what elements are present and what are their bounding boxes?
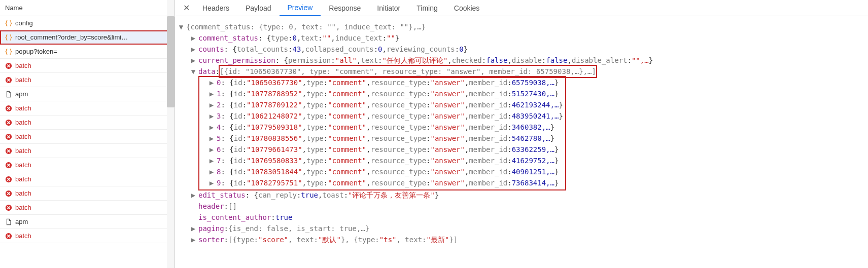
tab-initiator[interactable]: Initiator xyxy=(369,0,408,16)
expand-arrow[interactable]: ▶ xyxy=(209,166,215,177)
expand-arrow[interactable]: ▶ xyxy=(190,223,196,234)
expand-arrow[interactable]: ▶ xyxy=(209,122,215,133)
request-row[interactable]: batch xyxy=(0,116,175,130)
tree-node-item[interactable]: ▶7: {id: "10769580833", type: "comment",… xyxy=(199,155,563,166)
error-icon xyxy=(5,147,12,155)
request-label: popup?token= xyxy=(15,48,57,55)
tree-node[interactable]: ▶edit_status: {can_reply: true, toast: "… xyxy=(178,189,863,201)
error-icon xyxy=(5,119,12,126)
request-row[interactable]: batch xyxy=(0,101,175,116)
expand-arrow[interactable]: ▼ xyxy=(190,66,196,77)
error-icon xyxy=(5,133,12,140)
error-icon xyxy=(5,62,12,69)
expand-arrow[interactable]: ▶ xyxy=(209,155,215,166)
tree-node-item[interactable]: ▶8: {id: "10783051844", type: "comment",… xyxy=(199,166,563,177)
request-row[interactable]: config xyxy=(0,16,175,30)
expand-arrow[interactable]: ▶ xyxy=(190,234,196,245)
request-row[interactable]: batch xyxy=(0,158,175,172)
request-row[interactable]: batch xyxy=(0,130,175,144)
tree-node-item[interactable]: ▶9: {id: "10782795751", type: "comment",… xyxy=(199,177,563,188)
tree-node-item[interactable]: ▶4: {id: "10779509318", type: "comment",… xyxy=(199,122,563,133)
request-row[interactable]: batch xyxy=(0,201,175,215)
tree-node-item[interactable]: ▶2: {id: "10778709122", type: "comment",… xyxy=(199,99,563,110)
error-icon xyxy=(5,233,12,240)
expand-arrow[interactable]: ▶ xyxy=(209,133,215,144)
expand-arrow[interactable]: ▶ xyxy=(209,88,215,99)
doc-icon xyxy=(5,91,12,98)
details-panel: ✕ HeadersPayloadPreviewResponseInitiator… xyxy=(175,0,868,268)
tree-node-root[interactable]: ▼{comment_status: {type: 0, text: "", in… xyxy=(178,21,863,32)
close-button[interactable]: ✕ xyxy=(178,0,194,16)
request-label: batch xyxy=(15,76,31,84)
request-label: batch xyxy=(15,175,31,183)
expand-arrow[interactable]: ▶ xyxy=(209,99,215,110)
error-icon xyxy=(5,105,12,112)
request-row[interactable]: batch xyxy=(0,172,175,186)
request-row[interactable]: batch xyxy=(0,229,175,243)
request-row[interactable]: apm xyxy=(0,215,175,229)
expand-arrow[interactable]: ▶ xyxy=(209,110,215,122)
vertical-scrollbar[interactable] xyxy=(167,0,175,268)
doc-icon xyxy=(5,218,12,225)
request-list: configroot_comment?order_by=score&limi…p… xyxy=(0,16,175,268)
tab-payload[interactable]: Payload xyxy=(237,0,280,16)
tree-node-item[interactable]: ▶3: {id: "10621248072", type: "comment",… xyxy=(199,110,563,122)
json-icon xyxy=(5,48,12,55)
request-label: batch xyxy=(15,104,31,112)
request-label: root_comment?order_by=score&limi… xyxy=(15,33,128,41)
tree-node[interactable]: header: [] xyxy=(178,201,863,212)
tree-node[interactable]: ▶current_permission: {permission: "all",… xyxy=(178,55,863,66)
expand-arrow[interactable]: ▼ xyxy=(178,21,184,32)
details-tabs: ✕ HeadersPayloadPreviewResponseInitiator… xyxy=(175,0,868,16)
scrollbar-thumb[interactable] xyxy=(167,16,175,107)
request-label: apm xyxy=(15,218,28,225)
expand-arrow[interactable]: ▶ xyxy=(209,144,215,155)
tree-node[interactable]: ▶comment_status: {type: 0, text: "", ind… xyxy=(178,32,863,44)
expand-arrow[interactable]: ▶ xyxy=(190,44,196,55)
tab-headers[interactable]: Headers xyxy=(194,0,237,16)
tree-node[interactable]: is_content_author: true xyxy=(178,212,863,223)
error-icon xyxy=(5,190,12,197)
expand-arrow[interactable]: ▶ xyxy=(190,55,196,66)
tab-response[interactable]: Response xyxy=(321,0,369,16)
request-label: batch xyxy=(15,232,31,240)
tree-node[interactable]: ▶counts: {total_counts: 43, collapsed_co… xyxy=(178,44,863,55)
tree-node[interactable]: ▶paging: {is_end: false, is_start: true,… xyxy=(178,223,863,234)
error-icon xyxy=(5,204,12,211)
request-label: apm xyxy=(15,90,28,98)
tree-node-item[interactable]: ▶0: {id: "10650367730", type: "comment",… xyxy=(199,77,563,88)
request-label: batch xyxy=(15,189,31,197)
tab-preview[interactable]: Preview xyxy=(280,0,321,16)
tree-node-item[interactable]: ▶5: {id: "10780838556", type: "comment",… xyxy=(199,133,563,144)
tab-cookies[interactable]: Cookies xyxy=(446,0,488,16)
preview-tree[interactable]: ▼{comment_status: {type: 0, text: "", in… xyxy=(175,16,868,268)
request-row[interactable]: batch xyxy=(0,59,175,73)
tree-node-item[interactable]: ▶1: {id: "10778788952", type: "comment",… xyxy=(199,88,563,99)
request-row[interactable]: batch xyxy=(0,144,175,158)
request-row[interactable]: batch xyxy=(0,186,175,201)
request-row[interactable]: popup?token= xyxy=(0,45,175,59)
request-label: batch xyxy=(15,119,31,126)
request-row[interactable]: batch xyxy=(0,73,175,87)
request-label: batch xyxy=(15,204,31,211)
json-icon xyxy=(5,34,12,41)
tab-timing[interactable]: Timing xyxy=(408,0,446,16)
request-label: batch xyxy=(15,147,31,155)
expand-arrow[interactable]: ▶ xyxy=(209,177,215,188)
expand-arrow[interactable]: ▶ xyxy=(190,32,196,44)
request-row[interactable]: apm xyxy=(0,87,175,101)
request-label: config xyxy=(15,19,33,27)
json-icon xyxy=(5,20,12,27)
tree-node-data[interactable]: ▼data: [{id: "10650367730", type: "comme… xyxy=(178,66,863,77)
request-label: batch xyxy=(15,62,31,69)
error-icon xyxy=(5,176,12,183)
expand-arrow[interactable]: ▶ xyxy=(209,77,215,88)
request-label: batch xyxy=(15,161,31,169)
network-request-panel: Name configroot_comment?order_by=score&l… xyxy=(0,0,175,268)
request-row[interactable]: root_comment?order_by=score&limi… xyxy=(0,30,175,45)
expand-arrow[interactable]: ▶ xyxy=(190,189,196,201)
error-icon xyxy=(5,76,12,84)
tree-node-item[interactable]: ▶6: {id: "10779661473", type: "comment",… xyxy=(199,144,563,155)
column-header-name[interactable]: Name xyxy=(0,0,175,16)
tree-node[interactable]: ▶sorter: [{type: "score", text: "默认"}, {… xyxy=(178,234,863,245)
